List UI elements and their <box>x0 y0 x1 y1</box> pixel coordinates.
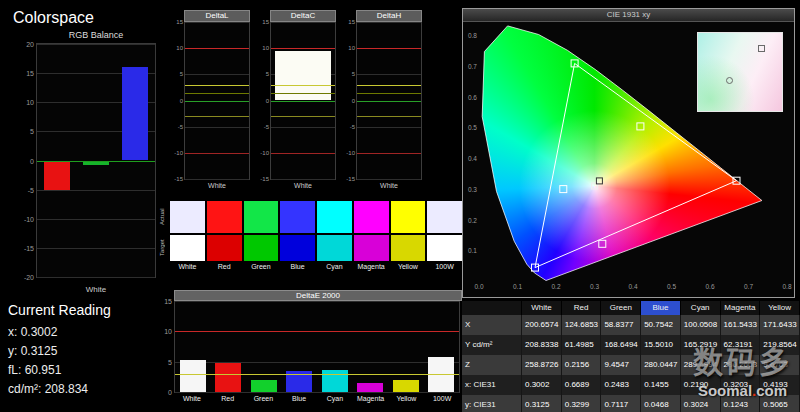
swatch-column-labels: WhiteRedGreenBlueCyanMagentaYellow100W <box>156 263 462 270</box>
cell-magenta-z: 280.2603 <box>721 355 761 375</box>
gridline <box>175 301 459 302</box>
actual-swatch-row: Actual <box>156 201 462 233</box>
swatch-label-green: Green <box>244 263 279 270</box>
reference-line <box>357 116 421 117</box>
gridline <box>37 44 155 45</box>
cell-cyan-z: 289.4994 <box>681 355 721 375</box>
gridline <box>271 22 335 23</box>
cell-green-y-cd-m-: 168.6494 <box>601 335 641 355</box>
cell-cyan-x: 100.0508 <box>681 315 721 335</box>
actual-swatch-magenta <box>354 201 389 233</box>
cie-y-tick: 0.2 <box>468 217 479 224</box>
cie-y-tick: 0.5 <box>468 125 479 132</box>
y-tick-label: 5 <box>352 71 357 77</box>
target-swatch-red <box>207 235 242 261</box>
target-row-label: Target <box>156 235 168 261</box>
column-header-empty[interactable] <box>462 301 522 315</box>
de-label-yellow: Yellow <box>389 395 425 402</box>
cie-1931-panel: CIE 1931 xy 0.80.70.60.50.40.30.20.1 0.0… <box>462 8 795 298</box>
column-header-green[interactable]: Green <box>601 301 641 315</box>
gridline <box>185 22 249 23</box>
delta_l-plot: 151050-5-10-15 <box>184 22 250 180</box>
column-header-magenta[interactable]: Magenta <box>721 301 761 315</box>
swatch-label-blue: Blue <box>280 263 315 270</box>
column-header-white[interactable]: White <box>522 301 562 315</box>
swatch-label-yellow: Yellow <box>391 263 426 270</box>
cie-y-tick: 0.6 <box>468 94 479 101</box>
cell-yellow-y-cd-m-: 219.8564 <box>760 335 800 355</box>
cell-yellow-y-cie31: 0.5065 <box>760 395 800 412</box>
reference-line <box>185 93 249 94</box>
y-tick-label: -10 <box>346 150 357 156</box>
reference-line <box>271 153 335 154</box>
cell-green-x-cie31: 0.2483 <box>601 375 641 395</box>
cell-cyan-y-cie31: 0.3024 <box>681 395 721 412</box>
actual-swatch-cyan <box>317 201 352 233</box>
cie-y-tick: 0.4 <box>468 156 479 163</box>
row-label-y-cie31: y: CIE31 <box>462 395 522 412</box>
cell-magenta-x-cie31: 0.3203 <box>721 375 761 395</box>
cell-blue-z: 280.0447 <box>641 355 681 375</box>
actual-swatch-white <box>170 201 205 233</box>
delta-e-2000-category-labels: WhiteRedGreenBlueCyanMagentaYellow100W <box>174 395 460 402</box>
column-header-yellow[interactable]: Yellow <box>760 301 800 315</box>
column-header-blue[interactable]: Blue <box>641 301 681 315</box>
cell-cyan-y-cd-m-: 165.2919 <box>681 335 721 355</box>
rgb-balance-xlabel: White <box>36 285 156 294</box>
swatch-label-magenta: Magenta <box>354 263 389 270</box>
cell-white-y-cie31: 0.3125 <box>522 395 562 412</box>
row-label-x: X <box>462 315 522 335</box>
gridline <box>357 22 421 23</box>
bar-red <box>44 161 70 190</box>
reference-line <box>185 85 249 86</box>
column-header-cyan[interactable]: Cyan <box>681 301 721 315</box>
y-tick-label: -15 <box>260 176 271 182</box>
column-header-red[interactable]: Red <box>562 301 602 315</box>
reference-line <box>185 48 249 49</box>
reference-line <box>271 85 335 86</box>
row-label-y-cd-m-: Y cd/m² <box>462 335 522 355</box>
cell-magenta-y-cie31: 0.1243 <box>721 395 761 412</box>
cie-y-tick: 0.7 <box>468 64 479 71</box>
inset-measured-marker <box>726 77 733 84</box>
y-tick-label: -10 <box>260 150 271 156</box>
target-swatch-row: Target <box>156 235 462 261</box>
delta-e-2000-chart: DeltaE 2000 151050 WhiteRedGreenBlueCyan… <box>156 290 462 412</box>
cell-red-x: 124.6853 <box>562 315 602 335</box>
swatch-label-red: Red <box>207 263 242 270</box>
cie-x-tick: 0.4 <box>628 284 637 291</box>
bar-red <box>215 363 241 392</box>
y-tick-label: -5 <box>264 124 271 130</box>
de-label-cyan: Cyan <box>317 395 353 402</box>
cell-green-z: 9.4547 <box>601 355 641 375</box>
reading-cdm2: cd/m²: 208.834 <box>8 380 111 399</box>
gridline <box>357 127 421 128</box>
cell-magenta-x: 161.5433 <box>721 315 761 335</box>
y-tick-label: 10 <box>262 45 271 51</box>
gridline <box>185 179 249 180</box>
y-tick-label: 5 <box>30 128 37 135</box>
cell-yellow-x-cie31: 0.4193 <box>760 375 800 395</box>
actual-swatch-blue <box>280 201 315 233</box>
delta_c-xlabel: White <box>270 182 336 189</box>
reference-line <box>357 85 421 86</box>
marker-cyan-secondary <box>560 186 567 193</box>
delta_c-title: DeltaC <box>270 10 336 22</box>
y-tick-label: -5 <box>28 186 37 193</box>
bar-yellow <box>393 380 419 392</box>
reading-x: x: 0.3002 <box>8 323 111 342</box>
y-tick-label: 10 <box>176 45 185 51</box>
y-tick-label: 10 <box>348 45 357 51</box>
delta_h-xlabel: White <box>356 182 422 189</box>
y-tick-label: 10 <box>26 99 37 106</box>
current-reading-title: Current Reading <box>8 302 111 318</box>
color-swatch-panel: ActualTargetWhiteRedGreenBlueCyanMagenta… <box>156 201 462 272</box>
delta_c-chart: DeltaC151050-5-10-15White <box>256 10 336 189</box>
y-tick-label: -5 <box>178 124 185 130</box>
de-label-100w: 100W <box>424 395 460 402</box>
cie-1931-plot: 0.80.70.60.50.40.30.20.1 0.00.10.20.30.4… <box>479 24 787 282</box>
y-tick-label: 0 <box>352 98 357 104</box>
cell-yellow-z: 9.6703 <box>760 355 800 375</box>
cie-x-tick: 0.0 <box>474 284 483 291</box>
gridline <box>37 219 155 220</box>
